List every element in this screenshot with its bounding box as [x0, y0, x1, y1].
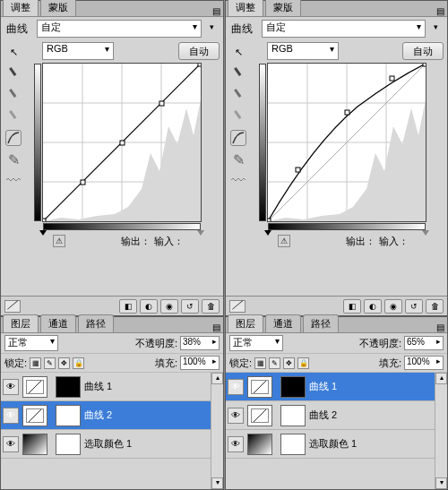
reset-icon[interactable]: ↺ — [181, 299, 199, 314]
blend-mode-select[interactable]: 正常 — [229, 335, 283, 351]
panel-menu-icon[interactable]: ▤ — [433, 322, 447, 332]
curve-tool-icon[interactable] — [230, 130, 246, 146]
target-adjust-icon[interactable]: ↖ — [230, 44, 246, 60]
scroll-down-icon[interactable]: ▾ — [211, 477, 223, 489]
mask-thumb[interactable] — [280, 434, 306, 455]
layer-name[interactable]: 选取颜色 1 — [84, 437, 132, 451]
mask-thumb[interactable] — [56, 434, 81, 455]
layer-name[interactable]: 曲线 1 — [84, 380, 112, 393]
fill-input[interactable]: 100% — [180, 356, 220, 370]
visibility-icon[interactable]: 👁 — [3, 379, 19, 395]
trash-icon[interactable]: 🗑 — [202, 299, 220, 314]
layer-name[interactable]: 曲线 2 — [84, 408, 112, 422]
pencil-tool-icon[interactable]: ✎ — [230, 151, 246, 168]
mask-thumb[interactable] — [280, 405, 306, 426]
smooth-icon[interactable]: 〰 — [5, 173, 22, 189]
visibility-icon[interactable]: 👁 — [228, 436, 244, 452]
layer-row[interactable]: 👁 选取颜色 1 — [226, 430, 435, 459]
return-curve-icon[interactable] — [229, 300, 246, 313]
white-point-slider[interactable] — [197, 230, 204, 236]
scroll-down-icon[interactable]: ▾ — [435, 477, 447, 489]
layer-name[interactable]: 曲线 1 — [309, 380, 337, 393]
adjustment-thumb[interactable] — [22, 376, 47, 398]
eyedropper-gray-icon[interactable] — [230, 87, 246, 103]
auto-button[interactable]: 自动 — [402, 42, 444, 60]
adjustment-thumb[interactable] — [247, 405, 272, 426]
adjustment-thumb[interactable] — [22, 434, 47, 455]
tab-mask[interactable]: 蒙版 — [265, 0, 301, 16]
adjustment-thumb[interactable] — [247, 376, 272, 398]
preset-select[interactable]: 自定 — [262, 20, 426, 38]
return-curve-icon[interactable] — [4, 300, 21, 313]
tab-paths[interactable]: 路径 — [303, 314, 339, 332]
mask-thumb[interactable] — [280, 376, 306, 398]
prev-state-icon[interactable]: ◉ — [384, 299, 402, 314]
panel-menu-icon[interactable]: ▤ — [209, 322, 223, 332]
eyedropper-black-icon[interactable] — [5, 65, 22, 82]
expand-icon[interactable]: ◧ — [119, 299, 137, 314]
curves-graph[interactable] — [42, 63, 202, 222]
mask-thumb[interactable] — [56, 376, 81, 398]
layer-name[interactable]: 选取颜色 1 — [309, 437, 357, 451]
tab-mask[interactable]: 蒙版 — [40, 0, 76, 16]
lock-transparency-icon[interactable]: ▦ — [30, 357, 41, 369]
tab-channels[interactable]: 通道 — [40, 314, 76, 332]
layer-scrollbar[interactable]: ▴ ▾ — [211, 373, 223, 489]
layer-row[interactable]: 👁 曲线 1 — [1, 373, 211, 401]
visibility-icon[interactable]: 👁 — [228, 379, 244, 395]
visibility-icon[interactable]: 👁 — [228, 408, 244, 424]
panel-menu-icon[interactable]: ▤ — [433, 6, 447, 16]
curves-graph[interactable] — [267, 63, 426, 222]
adjustment-thumb[interactable] — [247, 434, 272, 455]
eyedropper-black-icon[interactable] — [230, 65, 246, 82]
eyedropper-white-icon[interactable] — [230, 108, 246, 125]
auto-button[interactable]: 自动 — [178, 42, 220, 60]
clip-warning-icon[interactable]: ⚠ — [278, 235, 290, 247]
mask-thumb[interactable] — [56, 405, 81, 426]
tab-adjust[interactable]: 调整 — [3, 0, 39, 16]
channel-select[interactable]: RGB — [267, 42, 339, 60]
preset-select[interactable]: 自定 — [37, 20, 202, 38]
opacity-input[interactable]: 38% — [180, 336, 220, 350]
expand-icon[interactable]: ◧ — [343, 299, 361, 314]
panel-menu-icon[interactable]: ▤ — [209, 6, 223, 16]
eyedropper-white-icon[interactable] — [5, 108, 22, 125]
channel-select[interactable]: RGB — [42, 42, 114, 60]
scroll-up-icon[interactable]: ▴ — [211, 373, 223, 384]
visibility-icon[interactable]: 👁 — [3, 408, 19, 424]
layer-row[interactable]: 👁 选取颜色 1 — [1, 430, 211, 459]
layer-scrollbar[interactable]: ▴ ▾ — [435, 373, 447, 489]
layer-row[interactable]: 👁 曲线 2 — [226, 401, 435, 430]
lock-all-icon[interactable]: 🔒 — [73, 357, 84, 369]
eyedropper-gray-icon[interactable] — [5, 87, 22, 103]
lock-position-icon[interactable]: ✥ — [283, 357, 295, 369]
clip-icon[interactable]: ◐ — [364, 299, 382, 314]
white-point-slider[interactable] — [422, 230, 429, 236]
preset-menu-icon[interactable]: ▾ — [205, 22, 218, 35]
layer-name[interactable]: 曲线 2 — [309, 408, 337, 422]
lock-pixels-icon[interactable]: ✎ — [44, 357, 56, 369]
prev-state-icon[interactable]: ◉ — [160, 299, 178, 314]
tab-layers[interactable]: 图层 — [228, 314, 263, 332]
tab-paths[interactable]: 路径 — [78, 314, 114, 332]
black-point-slider[interactable] — [264, 230, 271, 236]
pencil-tool-icon[interactable]: ✎ — [5, 151, 22, 168]
lock-pixels-icon[interactable]: ✎ — [269, 357, 280, 369]
scroll-up-icon[interactable]: ▴ — [435, 373, 447, 384]
tab-layers[interactable]: 图层 — [3, 314, 39, 332]
clip-warning-icon[interactable]: ⚠ — [53, 235, 65, 247]
clip-icon[interactable]: ◐ — [140, 299, 158, 314]
preset-menu-icon[interactable]: ▾ — [429, 22, 442, 35]
blend-mode-select[interactable]: 正常 — [4, 335, 58, 351]
target-adjust-icon[interactable]: ↖ — [5, 44, 22, 60]
lock-transparency-icon[interactable]: ▦ — [254, 357, 266, 369]
layer-row[interactable]: 👁 曲线 1 — [226, 373, 435, 401]
fill-input[interactable]: 100% — [404, 356, 444, 370]
visibility-icon[interactable]: 👁 — [3, 436, 19, 452]
opacity-input[interactable]: 65% — [404, 336, 444, 350]
tab-channels[interactable]: 通道 — [265, 314, 301, 332]
curve-tool-icon[interactable] — [5, 130, 22, 146]
tab-adjust[interactable]: 调整 — [228, 0, 263, 16]
layer-row[interactable]: 👁 曲线 2 — [1, 401, 211, 430]
trash-icon[interactable]: 🗑 — [426, 299, 444, 314]
